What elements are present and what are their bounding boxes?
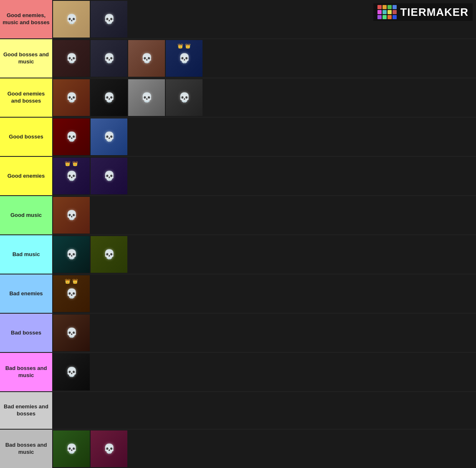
skull-icon: 💀: [66, 210, 77, 221]
tier-item[interactable]: 💀: [53, 197, 90, 234]
page-wrapper: TiERMAKER Good enemies, music and bosses…: [0, 0, 476, 468]
tier-row-good-bosses: Good bosses💀💀: [0, 118, 476, 157]
tier-label-good-enemies-music-bosses: Good enemies, music and bosses: [0, 0, 52, 38]
skull-icon: 💀: [66, 92, 77, 103]
tier-items-good-enemies: 👑 👑💀💀: [52, 157, 476, 195]
tier-row-bad-bosses-and-music-2: Bad bosses and music💀💀: [0, 430, 476, 468]
tier-row-good-music: Good music💀: [0, 196, 476, 235]
tier-list: Good enemies, music and bosses💀💀Good bos…: [0, 0, 476, 468]
skull-icon: 💀: [104, 92, 115, 103]
tier-label-good-bosses: Good bosses: [0, 118, 52, 156]
skull-icon: 💀: [141, 92, 152, 103]
skull-icon: 💀: [104, 249, 115, 260]
crown-icon: 👑 👑: [65, 279, 78, 284]
tier-row-bad-enemies-and-bosses: Bad enemies and bosses: [0, 392, 476, 430]
tier-item[interactable]: 💀: [53, 1, 90, 38]
tier-items-good-enemies-and-bosses: 💀💀💀💀: [52, 78, 476, 117]
skull-icon: 💀: [66, 249, 77, 260]
tier-item[interactable]: 💀: [91, 118, 127, 155]
logo-grid-icon: [377, 5, 397, 19]
tier-label-good-bosses-and-music: Good bosses and music: [0, 39, 52, 78]
tier-item[interactable]: 💀: [91, 40, 127, 77]
tier-row-bad-bosses-and-music: Bad bosses and music💀: [0, 353, 476, 392]
skull-icon: 💀: [179, 53, 190, 64]
tier-item[interactable]: 💀: [91, 1, 127, 38]
tier-item[interactable]: 💀: [128, 79, 165, 116]
skull-icon: 💀: [66, 367, 77, 377]
skull-icon: 💀: [104, 14, 115, 25]
skull-icon: 💀: [104, 131, 115, 142]
tier-items-bad-bosses-and-music: 💀: [52, 353, 476, 391]
tier-label-bad-enemies-and-bosses: Bad enemies and bosses: [0, 392, 52, 429]
tier-item[interactable]: 💀: [53, 40, 90, 77]
tier-item[interactable]: 💀: [91, 158, 127, 194]
crown-icon: 👑 👑: [65, 161, 78, 166]
skull-icon: 💀: [104, 53, 115, 64]
tier-label-bad-bosses: Bad bosses: [0, 314, 52, 352]
tier-items-bad-music: 💀💀: [52, 235, 476, 274]
tier-items-good-music: 💀: [52, 196, 476, 234]
skull-icon: 💀: [104, 171, 115, 181]
tier-items-bad-enemies: 👑 👑💀: [52, 274, 476, 313]
tier-row-bad-enemies: Bad enemies👑 👑💀: [0, 274, 476, 314]
tier-item[interactable]: 💀: [91, 79, 127, 116]
skull-icon: 💀: [66, 327, 77, 338]
skull-icon: 💀: [66, 53, 77, 64]
tier-item[interactable]: 💀: [53, 354, 90, 390]
skull-icon: 💀: [179, 92, 190, 103]
tier-row-good-enemies: Good enemies👑 👑💀💀: [0, 157, 476, 196]
tier-item[interactable]: 👑 👑💀: [53, 158, 90, 194]
tier-item[interactable]: 💀: [53, 236, 90, 273]
tier-label-good-enemies-and-bosses: Good enemies and bosses: [0, 78, 52, 117]
tier-items-good-bosses: 💀💀: [52, 118, 476, 156]
tier-label-bad-music: Bad music: [0, 235, 52, 274]
skull-icon: 💀: [66, 131, 77, 142]
skull-icon: 💀: [66, 14, 77, 25]
tier-item[interactable]: 💀: [53, 118, 90, 155]
tier-items-bad-bosses-and-music-2: 💀💀: [52, 430, 476, 468]
tier-item[interactable]: 💀: [53, 315, 90, 351]
skull-icon: 💀: [66, 171, 77, 181]
tier-item[interactable]: 💀: [91, 236, 127, 273]
skull-icon: 💀: [141, 53, 152, 64]
tier-items-bad-bosses: 💀: [52, 314, 476, 352]
tier-item[interactable]: 👑 👑💀: [53, 275, 90, 312]
tier-item[interactable]: 💀: [53, 79, 90, 116]
tier-row-good-enemies-and-bosses: Good enemies and bosses💀💀💀💀: [0, 78, 476, 118]
tier-item[interactable]: 💀: [53, 430, 90, 467]
tier-row-bad-music: Bad music💀💀: [0, 235, 476, 274]
tier-items-good-bosses-and-music: 💀💀💀👑 👑💀: [52, 39, 476, 78]
tier-row-bad-bosses: Bad bosses💀: [0, 314, 476, 353]
tier-label-good-music: Good music: [0, 196, 52, 234]
tier-item[interactable]: 💀: [128, 40, 165, 77]
skull-icon: 💀: [66, 443, 77, 454]
skull-icon: 💀: [104, 443, 115, 454]
tier-item[interactable]: 💀: [166, 79, 203, 116]
tier-item[interactable]: 👑 👑💀: [166, 40, 203, 77]
tier-row-good-bosses-and-music: Good bosses and music💀💀💀👑 👑💀: [0, 39, 476, 78]
tier-label-good-enemies: Good enemies: [0, 157, 52, 195]
tier-label-bad-bosses-and-music: Bad bosses and music: [0, 353, 52, 391]
logo-text: TiERMAKER: [400, 6, 468, 19]
tier-label-bad-bosses-and-music-2: Bad bosses and music: [0, 430, 52, 468]
skull-icon: 💀: [66, 288, 77, 299]
crown-icon: 👑 👑: [177, 43, 190, 49]
tier-label-bad-enemies: Bad enemies: [0, 274, 52, 313]
tier-items-bad-enemies-and-bosses: [52, 392, 476, 429]
tier-item[interactable]: 💀: [91, 430, 127, 467]
logo-area: TiERMAKER: [373, 3, 473, 21]
